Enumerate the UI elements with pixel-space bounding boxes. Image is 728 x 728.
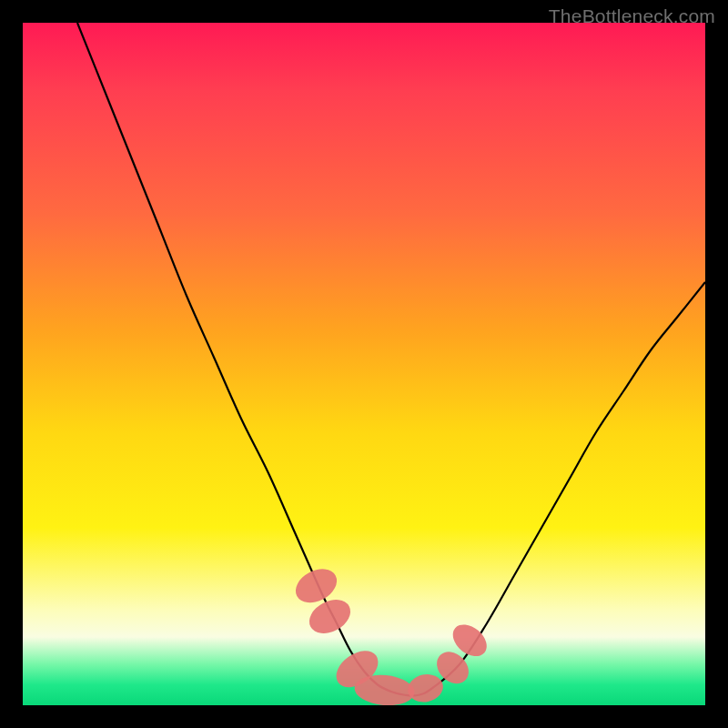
chart-frame: TheBottleneck.com	[0, 0, 728, 728]
marker-layer	[290, 562, 493, 705]
chart-svg	[23, 23, 705, 705]
plot-area	[23, 23, 705, 705]
curve-path	[77, 23, 705, 696]
marker-e	[405, 672, 445, 705]
watermark-text: TheBottleneck.com	[549, 5, 715, 27]
bottleneck-curve	[77, 23, 705, 696]
